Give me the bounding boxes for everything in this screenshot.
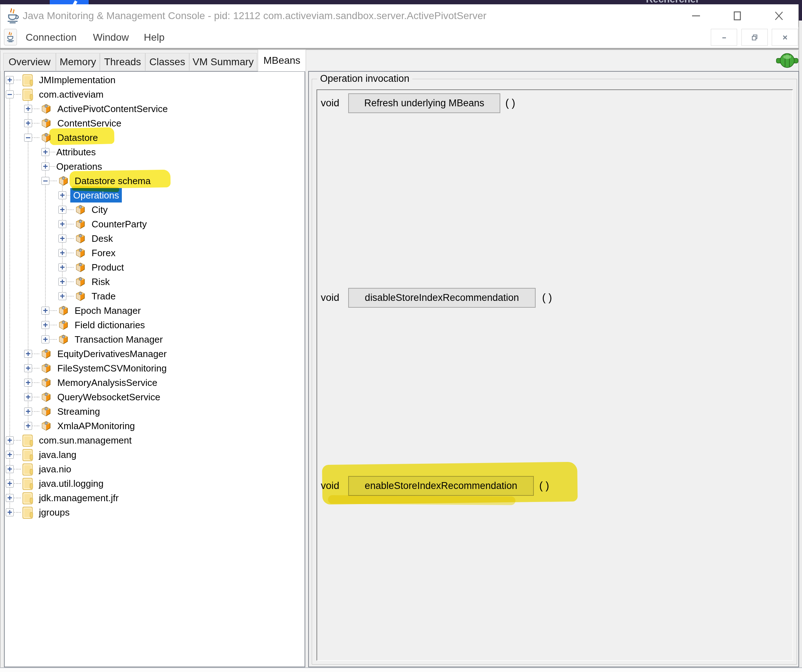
tree-node-label-trade[interactable]: Trade <box>92 289 116 304</box>
tab-classes[interactable]: Classes <box>145 53 189 71</box>
expand-toggle-icon[interactable]: + <box>58 191 66 199</box>
collapse-toggle-icon[interactable]: − <box>42 177 49 185</box>
expand-toggle-icon[interactable]: + <box>58 263 66 271</box>
operation-button-refresh-underlying-mbeans[interactable]: Refresh underlying MBeans <box>348 93 500 113</box>
tree-node-label-transaction-manager[interactable]: Transaction Manager <box>74 332 163 347</box>
tree-node-label-com-activeviam[interactable]: com.activeviam <box>39 87 103 102</box>
expand-toggle-icon[interactable]: + <box>6 436 14 444</box>
expand-toggle-icon[interactable]: + <box>58 292 66 300</box>
tree-node-label-product[interactable]: Product <box>92 260 124 275</box>
expand-toggle-icon[interactable]: + <box>42 321 49 329</box>
mbean-icon <box>40 420 52 432</box>
tree-connector-stub <box>67 296 74 297</box>
tree-node-label-java-util-logging[interactable]: java.util.logging <box>39 477 103 491</box>
tree-node-label-activepivotcontentservice[interactable]: ActivePivotContentService <box>57 102 168 116</box>
expand-toggle-icon[interactable]: + <box>58 249 66 257</box>
expand-toggle-icon[interactable]: + <box>24 393 32 401</box>
mbean-tree[interactable]: +JMImplementation−com.activeviam+ActiveP… <box>4 71 305 667</box>
operation-params: ( ) <box>542 286 552 309</box>
expand-toggle-icon[interactable]: + <box>24 119 32 127</box>
tree-row-streaming: +Streaming <box>5 404 305 419</box>
expand-toggle-icon[interactable]: + <box>6 509 14 516</box>
expand-toggle-icon[interactable]: + <box>58 220 66 228</box>
expand-toggle-icon[interactable]: + <box>24 105 32 113</box>
expand-toggle-icon[interactable]: + <box>42 163 49 170</box>
tree-node-label-contentservice[interactable]: ContentService <box>57 116 121 131</box>
expand-toggle-icon[interactable]: + <box>24 364 32 372</box>
menu-connection[interactable]: Connection <box>26 27 77 48</box>
expand-toggle-icon[interactable]: + <box>6 480 14 488</box>
menu-help[interactable]: Help <box>144 27 165 48</box>
tree-node-label-risk[interactable]: Risk <box>92 275 110 289</box>
frame-restore-button[interactable] <box>741 29 768 46</box>
expand-toggle-icon[interactable]: + <box>42 148 49 156</box>
tree-node-label-jdk-management-jfr[interactable]: jdk.management.jfr <box>39 491 119 505</box>
operation-button-enablestoreindexrecommendation[interactable]: enableStoreIndexRecommendation <box>348 476 534 496</box>
tree-connector-stub <box>50 166 55 167</box>
tree-row-querywebsocketservice: +QueryWebsocketService <box>5 390 305 404</box>
tree-node-label-xmlaapmonitoring[interactable]: XmlaAPMonitoring <box>57 419 135 433</box>
tree-connector-stub <box>67 224 74 225</box>
tree-node-label-city[interactable]: City <box>92 202 108 217</box>
tab-threads[interactable]: Threads <box>100 53 145 71</box>
expand-toggle-icon[interactable]: + <box>6 76 14 84</box>
window-title: Java Monitoring & Management Console - p… <box>23 4 487 27</box>
tree-node-label-forex[interactable]: Forex <box>92 246 115 260</box>
expand-toggle-icon[interactable]: + <box>24 422 32 430</box>
folder-icon <box>22 434 34 446</box>
tab-vm-summary[interactable]: VM Summary <box>189 53 257 71</box>
frame-minimize-button[interactable] <box>711 29 737 46</box>
mbean-icon <box>57 319 70 331</box>
tree-node-label-operations[interactable]: Operations <box>70 188 122 202</box>
tab-memory[interactable]: Memory <box>56 53 100 71</box>
window-minimize-button[interactable] <box>686 8 706 23</box>
expand-toggle-icon[interactable]: + <box>58 206 66 214</box>
menu-window[interactable]: Window <box>93 27 129 48</box>
expand-toggle-icon[interactable]: + <box>58 234 66 242</box>
window-close-button[interactable] <box>769 8 789 23</box>
tree-node-label-streaming[interactable]: Streaming <box>57 404 100 419</box>
mbean-icon <box>74 204 87 216</box>
tree-node-label-jgroups[interactable]: jgroups <box>39 505 70 520</box>
desktop-search-label: Rechercher <box>646 0 754 4</box>
tab-overview[interactable]: Overview <box>3 53 56 71</box>
expand-toggle-icon[interactable]: + <box>24 407 32 415</box>
tree-node-label-com-sun-management[interactable]: com.sun.management <box>39 433 131 447</box>
tree-node-label-java-lang[interactable]: java.lang <box>39 447 76 462</box>
tree-node-label-datastore[interactable]: Datastore <box>57 131 98 145</box>
tree-node-label-equityderivativesmanager[interactable]: EquityDerivativesManager <box>57 347 167 361</box>
tree-row-counterparty: +CounterParty <box>5 217 305 231</box>
tree-node-label-querywebsocketservice[interactable]: QueryWebsocketService <box>57 390 160 404</box>
tree-node-label-desk[interactable]: Desk <box>92 231 113 246</box>
tree-node-label-operations[interactable]: Operations <box>56 159 102 174</box>
connection-status-icon <box>775 53 799 71</box>
tree-node-label-field-dictionaries[interactable]: Field dictionaries <box>74 318 145 332</box>
operation-button-disablestoreindexrecommendation[interactable]: disableStoreIndexRecommendation <box>348 288 536 308</box>
expand-toggle-icon[interactable]: + <box>6 494 14 502</box>
tab-mbeans[interactable]: MBeans <box>258 49 306 71</box>
expand-toggle-icon[interactable]: + <box>58 278 66 286</box>
tree-node-label-jmimplementation[interactable]: JMImplementation <box>39 73 115 87</box>
operation-return-type: void <box>321 474 339 497</box>
mbean-icon <box>74 290 87 302</box>
expand-toggle-icon[interactable]: + <box>42 336 49 343</box>
tree-node-label-filesystemcsvmonitoring[interactable]: FileSystemCSVMonitoring <box>57 361 167 375</box>
tree-node-label-counterparty[interactable]: CounterParty <box>92 217 147 231</box>
expand-toggle-icon[interactable]: + <box>6 465 14 473</box>
expand-toggle-icon[interactable]: + <box>42 307 49 315</box>
tree-connector-stub <box>50 325 57 325</box>
tree-node-label-datastore-schema[interactable]: Datastore schema <box>74 174 151 188</box>
tree-row-product: +Product <box>5 260 305 275</box>
expand-toggle-icon[interactable]: + <box>6 451 14 459</box>
window-maximize-button[interactable] <box>728 8 747 23</box>
frame-close-button[interactable] <box>772 29 798 46</box>
tree-node-label-epoch-manager[interactable]: Epoch Manager <box>74 304 141 318</box>
expand-toggle-icon[interactable]: + <box>24 350 32 358</box>
tree-node-label-memoryanalysisservice[interactable]: MemoryAnalysisService <box>57 375 157 390</box>
tree-node-label-attributes[interactable]: Attributes <box>56 145 96 159</box>
collapse-toggle-icon[interactable]: − <box>6 90 14 99</box>
collapse-toggle-icon[interactable]: − <box>24 134 32 142</box>
tree-node-label-java-nio[interactable]: java.nio <box>39 462 71 477</box>
expand-toggle-icon[interactable]: + <box>24 379 32 387</box>
mbean-icon <box>74 276 87 288</box>
